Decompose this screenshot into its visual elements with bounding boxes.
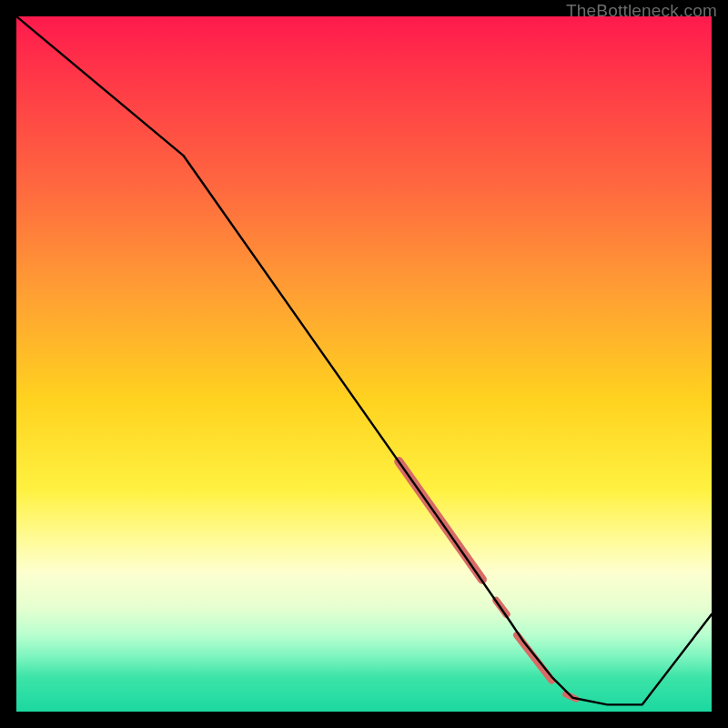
plot-area [16,16,712,712]
chart-svg [16,16,712,712]
highlight-group [399,461,576,699]
bottleneck-curve-path [16,16,712,704]
highlight-segment [517,635,551,681]
chart-frame: TheBottleneck.com [0,0,728,728]
